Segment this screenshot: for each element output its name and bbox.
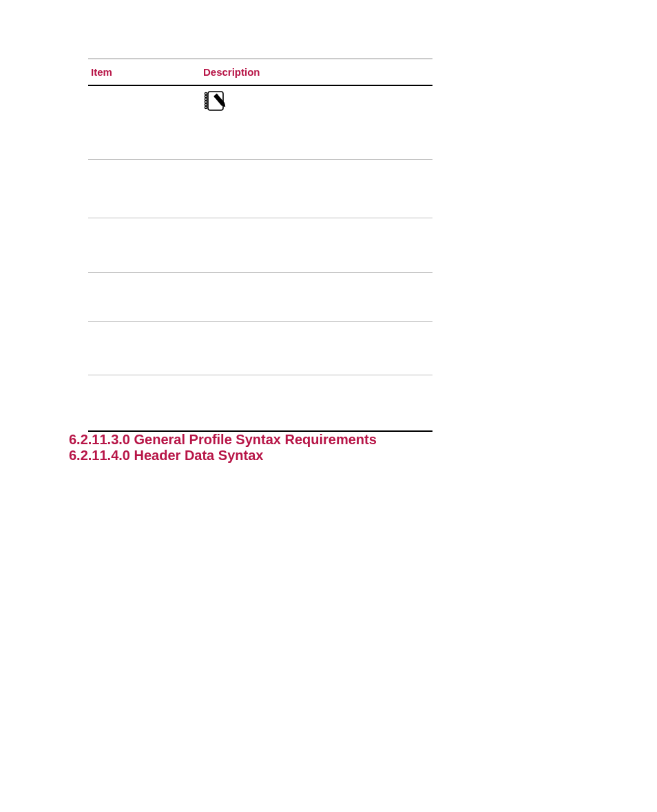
column-header-item: Item [88, 59, 200, 86]
svg-point-3 [205, 101, 207, 103]
svg-point-4 [205, 103, 207, 105]
svg-point-5 [205, 106, 207, 108]
document-page: Item Description [0, 0, 657, 812]
cell-description [200, 218, 432, 273]
cell-description [200, 375, 432, 432]
column-header-description: Description [200, 59, 432, 86]
parameter-table-wrap: Item Description [88, 59, 432, 432]
note-icon [203, 90, 430, 112]
cell-description [200, 273, 432, 322]
svg-point-2 [205, 98, 207, 100]
table-row [88, 160, 432, 218]
section-heading-header-data-syntax: 6.2.11.4.0 Header Data Syntax [69, 448, 588, 464]
cell-item [88, 322, 200, 375]
parameter-table: Item Description [88, 59, 432, 432]
section-heading-general-profile-syntax: 6.2.11.3.0 General Profile Syntax Requir… [69, 432, 588, 448]
cell-description [200, 85, 432, 160]
cell-description [200, 322, 432, 375]
cell-item [88, 160, 200, 218]
table-row [88, 322, 432, 375]
cell-item [88, 273, 200, 322]
table-row [88, 273, 432, 322]
svg-point-0 [205, 92, 207, 94]
cell-item [88, 218, 200, 273]
cell-item [88, 85, 200, 160]
table-row [88, 218, 432, 273]
table-row [88, 85, 432, 160]
table-row [88, 375, 432, 432]
svg-point-1 [205, 95, 207, 97]
table-header-row: Item Description [88, 59, 432, 86]
cell-description [200, 160, 432, 218]
cell-item [88, 375, 200, 432]
